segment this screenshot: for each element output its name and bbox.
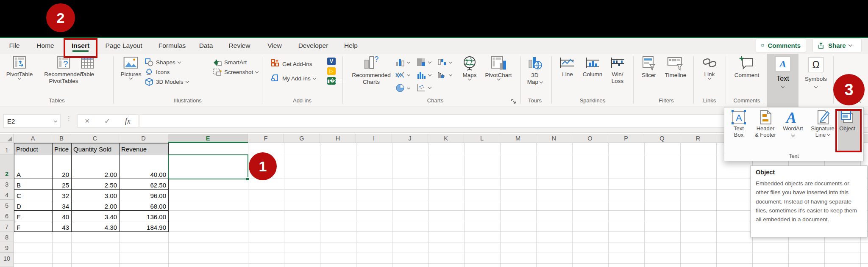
column-header-M[interactable]: M [500,134,536,143]
column-header-C[interactable]: C [71,134,119,143]
column-header-A[interactable]: A [14,134,52,143]
cell-A2[interactable]: A [14,155,53,179]
recommended-pivottables-button[interactable]: ? Recommended PivotTables [44,55,83,85]
row-header-7[interactable]: 7 [0,221,14,231]
cell-D4[interactable]: 96.00 [119,189,169,200]
cell-C3[interactable]: 2.50 [71,179,120,190]
cell-D6[interactable]: 136.00 [119,210,169,221]
cell-A4[interactable]: C [14,189,53,200]
cell-A6[interactable]: E [14,210,53,221]
fill-handle[interactable] [246,177,249,181]
cell-C2[interactable]: 2.00 [71,155,120,179]
insert-hierarchy-chart-button[interactable] [417,58,431,66]
icons-button[interactable]: Icons [145,68,170,76]
column-header-R[interactable]: R [680,134,716,143]
row-header-9[interactable]: 9 [0,242,14,253]
tab-file[interactable]: File [9,38,20,53]
insert-pie-chart-button[interactable] [395,83,410,93]
text-panel-item-header[interactable]: Header& Footer [752,109,779,138]
tab-help[interactable]: Help [344,38,358,53]
column-header-K[interactable]: K [428,134,464,143]
get-addins-button[interactable]: Get Add-ins [270,59,312,69]
text-panel-item-text[interactable]: ATextBox [726,109,752,138]
insert-waterfall-chart-button[interactable] [437,58,452,66]
insert-column-chart-button[interactable] [395,58,410,66]
enter-check-icon[interactable]: ✓ [104,117,110,126]
row-header-3[interactable]: 3 [0,179,14,189]
cell-C1[interactable]: Quantity Sold [71,143,120,155]
pivottable-button[interactable]: PivotTable [6,55,33,79]
cell-A5[interactable]: D [14,200,53,211]
tab-view[interactable]: View [267,38,281,53]
column-header-N[interactable]: N [536,134,572,143]
link-button[interactable]: Link [701,55,718,79]
column-header-G[interactable]: G [284,134,320,143]
text-panel-item-wordart[interactable]: AWordArt [780,109,806,136]
cell-B3[interactable]: 25 [52,179,72,190]
maps-button[interactable]: Maps [461,55,478,80]
cell-C5[interactable]: 2.00 [71,200,120,211]
select-all-button[interactable] [0,134,14,143]
symbols-button[interactable]: Ω Symbols [805,57,827,88]
cell-C7[interactable]: 4.30 [71,221,120,232]
visio-addin-icon[interactable]: V [327,58,336,65]
timeline-button[interactable]: Timeline [665,55,687,79]
tab-formulas[interactable]: Formulas [159,38,186,53]
cell-C6[interactable]: 3.40 [71,210,120,221]
charts-dialog-launcher-icon[interactable] [511,99,516,104]
column-header-H[interactable]: H [320,134,356,143]
recommended-charts-button[interactable]: ? Recommended Charts [352,55,391,85]
column-header-Q[interactable]: Q [644,134,680,143]
cell-D2[interactable]: 40.00 [119,155,169,179]
share-button[interactable]: Share [812,39,862,52]
sparkline-column-button[interactable]: Column [583,55,603,78]
column-header-L[interactable]: L [464,134,500,143]
insert-combo-chart-button[interactable] [437,71,452,79]
column-header-D[interactable]: D [119,134,168,143]
tab-review[interactable]: Review [229,38,250,53]
column-header-B[interactable]: B [52,134,71,143]
cell-A1[interactable]: Product [14,143,53,155]
row-header-4[interactable]: 4 [0,189,14,200]
slicer-button[interactable]: Slicer [640,55,657,79]
insert-function-icon[interactable]: fx [125,117,131,126]
column-header-F[interactable]: F [248,134,284,143]
cell-D5[interactable]: 68.00 [119,200,169,211]
row-header-11[interactable] [0,263,14,267]
pivotchart-button[interactable]: PivotChart [485,55,512,80]
insert-line-chart-button[interactable] [395,71,410,79]
cell-B7[interactable]: 43 [52,221,72,232]
cell-B1[interactable]: Price [52,143,72,155]
cell-D1[interactable]: Revenue [119,143,169,155]
row-header-10[interactable]: 10 [0,253,14,263]
my-addins-button[interactable]: My Add-ins [270,74,316,83]
row-header-8[interactable]: 8 [0,231,14,242]
screenshot-button[interactable]: Screenshot [213,68,258,76]
cell-D3[interactable]: 62.50 [119,179,169,190]
table-button[interactable]: Table [80,55,95,78]
3d-models-button[interactable]: 3D Models [145,78,189,86]
tab-data[interactable]: Data [199,38,213,53]
column-header-O[interactable]: O [572,134,608,143]
cell-B5[interactable]: 34 [52,200,72,211]
sparkline-line-button[interactable]: Line [559,55,576,78]
tab-home[interactable]: Home [36,38,54,53]
pictures-button[interactable]: Pictures [121,55,142,79]
comments-button[interactable]: Comments [756,39,806,52]
smartart-button[interactable]: SmartArt [213,58,247,66]
cell-C4[interactable]: 3.00 [71,189,120,200]
column-header-I[interactable]: I [356,134,392,143]
cell-D7[interactable]: 184.90 [119,221,169,232]
shapes-button[interactable]: Shapes [145,58,181,66]
comment-button[interactable]: Comment [734,55,760,79]
cell-B6[interactable]: 40 [52,210,72,221]
row-header-5[interactable]: 5 [0,200,14,210]
name-box[interactable]: E2 [3,114,61,128]
tab-developer[interactable]: Developer [298,38,328,53]
insert-statistic-chart-button[interactable] [417,71,431,79]
3d-map-button[interactable]: 3D Map [526,55,543,85]
column-header-P[interactable]: P [608,134,644,143]
people-graph-addin-icon[interactable]: ▮�215; [327,77,336,85]
cell-A3[interactable]: B [14,179,53,190]
cell-B2[interactable]: 20 [52,155,72,179]
